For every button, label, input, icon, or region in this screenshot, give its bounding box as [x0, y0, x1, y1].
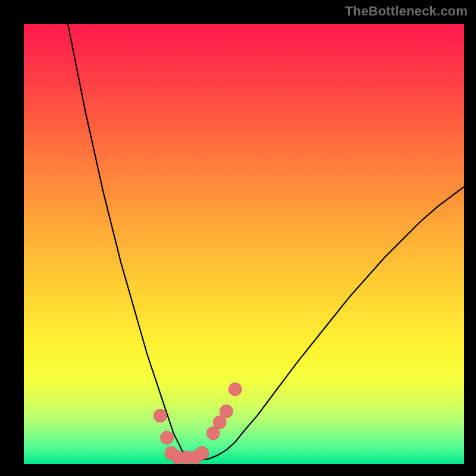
curve-marker [228, 383, 242, 396]
watermark-text: TheBottleneck.com [345, 4, 468, 19]
curve-marker [220, 405, 233, 418]
curve-marker [154, 409, 167, 422]
chart-svg [24, 24, 464, 464]
curve-markers [154, 383, 242, 464]
curve-marker [196, 447, 209, 460]
bottleneck-curve [68, 24, 464, 460]
curve-marker [161, 431, 174, 444]
chart-frame: TheBottleneck.com [0, 0, 476, 476]
plot-area [24, 24, 464, 464]
